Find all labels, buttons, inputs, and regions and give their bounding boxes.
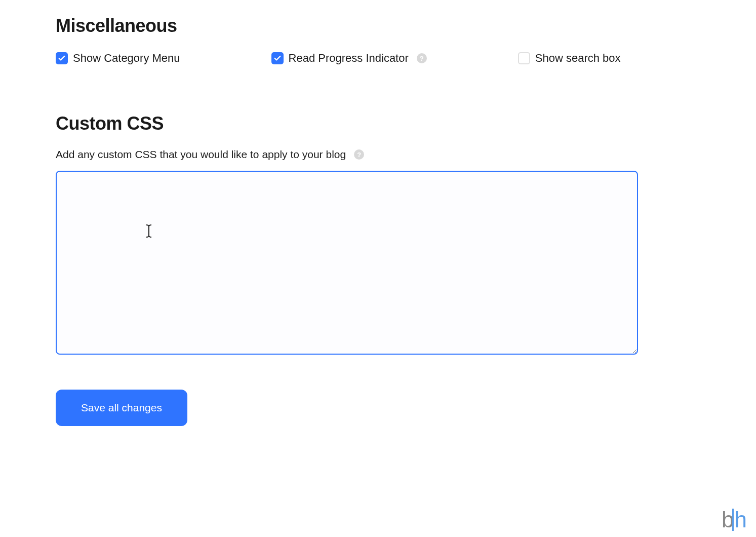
miscellaneous-options-row: Show Category Menu Read Progress Indicat… xyxy=(56,52,700,65)
checkmark-icon xyxy=(58,54,66,62)
custom-css-description: Add any custom CSS that you would like t… xyxy=(56,148,346,161)
checkmark-icon xyxy=(273,54,282,62)
miscellaneous-heading: Miscellaneous xyxy=(56,15,700,36)
show-search-box-checkbox[interactable] xyxy=(518,52,530,64)
read-progress-indicator-group: Read Progress Indicator ? xyxy=(271,52,427,65)
custom-css-heading: Custom CSS xyxy=(56,113,700,134)
show-search-box-group: Show search box xyxy=(518,52,621,65)
custom-css-description-row: Add any custom CSS that you would like t… xyxy=(56,148,700,161)
read-progress-indicator-checkbox[interactable] xyxy=(271,52,284,64)
read-progress-indicator-label: Read Progress Indicator xyxy=(289,52,409,65)
show-search-box-label: Show search box xyxy=(535,52,621,65)
show-category-menu-checkbox[interactable] xyxy=(56,52,68,64)
custom-css-textarea[interactable] xyxy=(56,171,638,355)
help-icon[interactable]: ? xyxy=(354,149,364,160)
help-icon[interactable]: ? xyxy=(417,53,427,63)
save-all-changes-button[interactable]: Save all changes xyxy=(56,390,187,426)
show-category-menu-group: Show Category Menu xyxy=(56,52,180,65)
show-category-menu-label: Show Category Menu xyxy=(73,52,180,65)
logo-h: h xyxy=(732,509,747,531)
bh-logo: b h xyxy=(722,509,747,531)
